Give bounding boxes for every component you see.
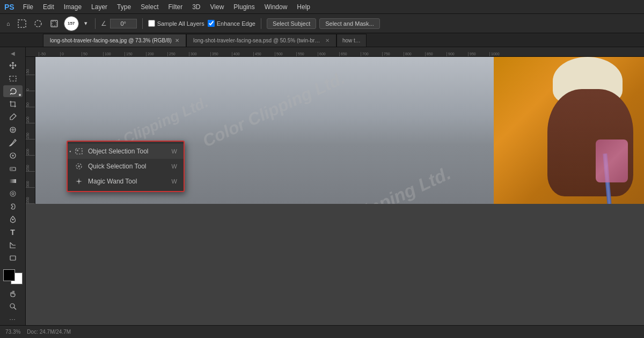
marquee-tool-icon bbox=[9, 74, 17, 83]
svg-point-13 bbox=[12, 193, 14, 195]
lasso-tool-icon bbox=[34, 19, 42, 28]
quick-selection-tool-item[interactable]: Quick Selection Tool W bbox=[68, 159, 184, 174]
tab-1-close[interactable]: ✕ bbox=[175, 38, 179, 43]
angle-icon: ∠ bbox=[101, 20, 107, 27]
tool-option-1[interactable] bbox=[16, 18, 28, 29]
ruler-v-mark: 200 bbox=[26, 139, 35, 156]
path-selection-button[interactable] bbox=[3, 239, 23, 251]
marquee-tool-button[interactable] bbox=[3, 72, 23, 84]
brush-icon bbox=[9, 138, 17, 147]
lasso-tool-icon2 bbox=[9, 87, 17, 95]
separator-2 bbox=[142, 18, 143, 29]
select-subject-button[interactable]: Select Subject bbox=[267, 18, 316, 29]
ruler-mark: 500 bbox=[275, 52, 296, 56]
text-icon: T bbox=[10, 228, 15, 237]
ruler-marks: -50 0 50 100 150 200 250 300 350 400 450… bbox=[36, 47, 511, 56]
angle-input[interactable] bbox=[110, 19, 137, 28]
pen-tool-button[interactable] bbox=[3, 214, 23, 225]
menu-file[interactable]: File bbox=[19, 2, 38, 12]
menu-3d[interactable]: 3D bbox=[188, 2, 204, 12]
enhance-edge-label[interactable]: Enhance Edge bbox=[208, 20, 255, 27]
patch-icon bbox=[9, 126, 17, 134]
path-select-icon bbox=[9, 241, 17, 249]
sample-all-layers-checkbox[interactable] bbox=[148, 20, 155, 27]
pen-icon bbox=[9, 215, 17, 224]
brush-tool-button[interactable] bbox=[3, 137, 23, 149]
lasso-tool-button[interactable] bbox=[3, 85, 23, 97]
chevron-down-icon: ▾ bbox=[84, 20, 87, 27]
tab-2-close[interactable]: ✕ bbox=[325, 38, 330, 43]
quick-selection-icon bbox=[74, 161, 84, 171]
shape-tool-button[interactable] bbox=[3, 252, 23, 264]
menu-bar: PS File Edit Image Layer Type Select Fil… bbox=[0, 0, 644, 14]
ruler-mark: 900 bbox=[447, 52, 468, 56]
menu-help[interactable]: Help bbox=[292, 2, 314, 12]
tool-option-2[interactable] bbox=[32, 18, 45, 29]
status-zoom: 73.3% bbox=[5, 329, 20, 335]
object-selection-tool-item[interactable]: Object Selection Tool W bbox=[68, 144, 184, 159]
eraser-tool-button[interactable] bbox=[3, 163, 23, 174]
enhance-edge-checkbox[interactable] bbox=[208, 20, 215, 27]
canvas-wrapper: -50 0 50 100 150 200 250 300 350 400 450… bbox=[26, 47, 644, 325]
bag-detail bbox=[596, 139, 628, 182]
text-tool-button[interactable]: T bbox=[3, 226, 23, 238]
ruler-mark: 700 bbox=[361, 52, 382, 56]
menu-select[interactable]: Select bbox=[136, 2, 163, 12]
svg-point-14 bbox=[12, 219, 13, 221]
svg-point-21 bbox=[78, 165, 80, 167]
menu-layer[interactable]: Layer bbox=[87, 2, 112, 12]
brush-dropdown-button[interactable]: ▾ bbox=[82, 19, 90, 28]
menu-edit[interactable]: Edit bbox=[39, 2, 58, 12]
hand-icon bbox=[9, 289, 17, 298]
ruler-v-mark: 0 bbox=[26, 75, 35, 91]
clone-tool-button[interactable] bbox=[3, 150, 23, 161]
menu-view[interactable]: View bbox=[206, 2, 229, 12]
options-bar: ⌂ 157 ▾ ∠ Sample All Layers Enhance Edge… bbox=[0, 14, 644, 33]
ruler-vertical: -50 0 50 100 150 200 250 300 350 bbox=[26, 57, 35, 204]
zoom-icon bbox=[9, 302, 17, 311]
menu-window[interactable]: Window bbox=[260, 2, 292, 12]
tool-option-3[interactable] bbox=[48, 18, 61, 29]
magic-wand-tool-item[interactable]: Magic Wand Tool W bbox=[68, 174, 184, 189]
tabs-bar: long-shot-traveler-facing-sea.jpg @ 73.3… bbox=[0, 33, 644, 47]
select-and-mask-button[interactable]: Select and Mask... bbox=[319, 18, 380, 29]
patch-tool-button[interactable] bbox=[3, 124, 23, 136]
menu-filter[interactable]: Filter bbox=[164, 2, 187, 12]
object-selection-icon bbox=[74, 146, 84, 156]
ruler-v-mark: 150 bbox=[26, 123, 35, 139]
ruler-v-mark: -50 bbox=[26, 59, 35, 75]
more-tools-button[interactable]: ··· bbox=[3, 313, 23, 325]
tab-2[interactable]: long-shot-traveler-facing-sea.psd @ 50.5… bbox=[186, 34, 336, 47]
magic-wand-icon bbox=[74, 177, 84, 186]
tab-3[interactable]: how t… bbox=[336, 34, 367, 47]
object-tool-icon bbox=[50, 19, 58, 28]
home-button[interactable]: ⌂ bbox=[4, 19, 12, 28]
panel-collapse-arrow[interactable]: ◀ bbox=[11, 50, 15, 56]
eyedropper-tool-button[interactable] bbox=[3, 111, 23, 123]
foreground-color-swatch[interactable] bbox=[3, 269, 15, 281]
gradient-tool-button[interactable] bbox=[3, 175, 23, 187]
dodge-tool-button[interactable] bbox=[3, 201, 23, 212]
sample-all-layers-label[interactable]: Sample All Layers bbox=[148, 20, 204, 27]
move-tool-button[interactable] bbox=[3, 60, 23, 71]
ruler-mark: 1000 bbox=[489, 52, 511, 56]
canvas-image[interactable]: Color Clipping Ltd. Color Clipping Ltd. … bbox=[35, 57, 644, 204]
hand-tool-button[interactable] bbox=[3, 288, 23, 299]
ruler-mark: 400 bbox=[232, 52, 253, 56]
menu-image[interactable]: Image bbox=[60, 2, 86, 12]
blur-icon bbox=[9, 189, 17, 198]
gradient-icon bbox=[9, 177, 17, 185]
crop-tool-button[interactable] bbox=[3, 98, 23, 110]
brush-size-control[interactable]: 157 bbox=[64, 16, 79, 31]
ruler-v-mark: 100 bbox=[26, 107, 35, 123]
menu-type[interactable]: Type bbox=[113, 2, 135, 12]
workspace: ◀ bbox=[0, 47, 644, 325]
menu-plugins[interactable]: Plugins bbox=[229, 2, 259, 12]
ruler-mark: 650 bbox=[339, 52, 361, 56]
zoom-tool-button[interactable] bbox=[3, 300, 23, 312]
blur-tool-button[interactable] bbox=[3, 188, 23, 200]
svg-line-17 bbox=[14, 307, 16, 310]
svg-rect-18 bbox=[76, 149, 82, 154]
svg-rect-10 bbox=[10, 167, 13, 171]
tab-1[interactable]: long-shot-traveler-facing-sea.jpg @ 73.3… bbox=[43, 34, 186, 47]
